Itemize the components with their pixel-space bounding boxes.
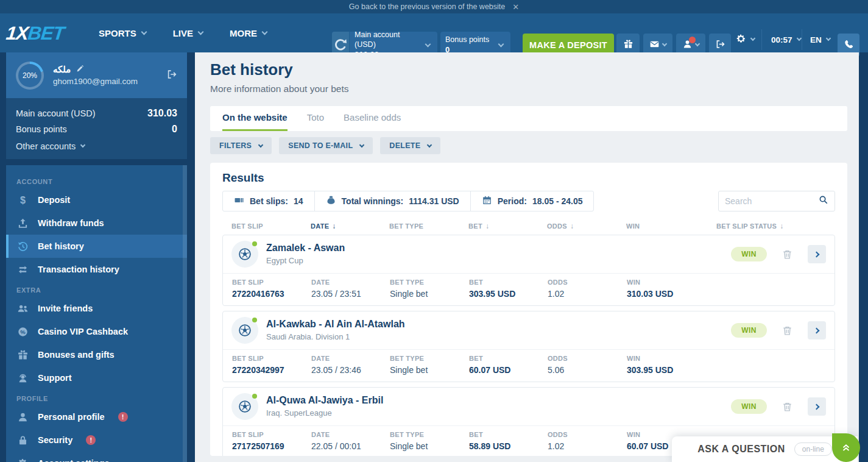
field-value: 23.05 / 23:46 xyxy=(311,365,390,375)
column-header-win[interactable]: WIN xyxy=(626,222,716,230)
period-summary: Period: 18.05 - 24.05 xyxy=(470,191,594,211)
column-label: WIN xyxy=(626,222,640,230)
nav-item-more[interactable]: MORE xyxy=(230,28,267,38)
field-label: BET xyxy=(469,431,548,438)
logo[interactable]: 1XBET xyxy=(5,23,65,44)
double-chevron-up-icon xyxy=(840,441,852,455)
search-icon[interactable] xyxy=(819,195,828,207)
sidebar-item-support[interactable]: Support xyxy=(6,366,187,389)
tab-bar: On the websiteTotoBaseline odds xyxy=(210,106,847,131)
chevron-down-icon xyxy=(750,36,755,41)
field-value: Single bet xyxy=(390,441,469,451)
gift-icon xyxy=(16,349,29,361)
svg-text:%: % xyxy=(20,328,26,335)
column-header-bet-slip-status[interactable]: BET SLIP STATUS↓ xyxy=(716,222,826,230)
sidebar-menu: ACCOUNT$DepositWithdraw fundsBet history… xyxy=(6,165,187,462)
sidebar-item-label: Bonuses and gifts xyxy=(38,350,115,360)
withdraw-icon xyxy=(16,217,29,229)
results-card: Results Bet slips: 14 Total winnings: 11… xyxy=(210,163,847,456)
field-value: Single bet xyxy=(390,289,469,299)
ask-question-panel[interactable]: ASK A QUESTION on-line xyxy=(672,436,858,462)
close-icon[interactable]: ✕ xyxy=(512,2,519,12)
sidebar-item-label: Invite friends xyxy=(38,304,93,313)
previous-version-message[interactable]: Go back to the previous version of the w… xyxy=(349,2,505,11)
chevron-down-icon xyxy=(826,36,831,41)
match-title: Zamalek - Aswan xyxy=(266,242,345,255)
notification-dot xyxy=(689,37,696,43)
tab-baseline-odds[interactable]: Baseline odds xyxy=(344,106,401,131)
sidebar-item-personal-profile[interactable]: Personal profile! xyxy=(6,405,187,428)
field-label: BET SLIP xyxy=(232,431,311,438)
bonus-points-value: 0 xyxy=(172,124,177,135)
field-label: ODDS xyxy=(548,355,627,362)
sidebar-item-transaction-history[interactable]: Transaction history xyxy=(6,258,187,281)
profile-icon xyxy=(16,411,29,423)
search-input[interactable] xyxy=(725,196,819,206)
settings-control[interactable] xyxy=(736,27,755,52)
nav-item-live[interactable]: LIVE xyxy=(173,28,203,38)
column-header-bet-type[interactable]: BET TYPE xyxy=(389,222,468,230)
field-value: 1.02 xyxy=(548,441,627,451)
chevron-down-icon xyxy=(80,143,85,147)
live-dot xyxy=(252,241,257,246)
sort-desc-icon: ↓ xyxy=(332,222,336,230)
other-accounts-toggle[interactable]: Other accounts xyxy=(16,137,177,151)
send-to-e-mail-button[interactable]: SEND TO E-MAIL xyxy=(279,137,373,154)
nav-item-label: SPORTS xyxy=(99,28,136,38)
delete-button[interactable]: DELETE xyxy=(380,137,440,154)
delete-bet-button[interactable] xyxy=(782,325,793,336)
lock-icon xyxy=(16,434,29,446)
chat-expand-button[interactable] xyxy=(832,433,860,462)
tab-on-the-website[interactable]: On the website xyxy=(222,106,288,131)
sidebar-item-security[interactable]: Security! xyxy=(6,428,187,452)
sidebar-item-bet-history[interactable]: Bet history xyxy=(6,235,187,258)
field-label: BET SLIP xyxy=(232,279,311,286)
sort-desc-icon: ↓ xyxy=(570,222,574,230)
sidebar-item-label: Personal profile xyxy=(38,412,105,422)
sidebar-item-casino-vip-cashback[interactable]: %Casino VIP Cashback xyxy=(6,320,187,343)
field-value: 22.05 / 00:01 xyxy=(311,441,390,451)
column-header-odds[interactable]: ODDS↓ xyxy=(547,222,626,230)
nav-item-sports[interactable]: SPORTS xyxy=(99,28,146,38)
chevron-down-icon xyxy=(662,41,667,46)
sort-desc-icon: ↓ xyxy=(780,222,783,230)
delete-bet-button[interactable] xyxy=(782,401,793,413)
sidebar-item-bonuses-and-gifts[interactable]: Bonuses and gifts xyxy=(6,343,187,366)
bet-status-badge: WIN xyxy=(731,323,767,338)
nav-item-label: MORE xyxy=(230,28,257,38)
phone-icon xyxy=(844,39,854,52)
edit-pencil-icon[interactable] xyxy=(76,63,84,76)
bet-field-win: WIN310.03 USD xyxy=(627,279,717,299)
clock-control[interactable]: 00:57 xyxy=(771,27,801,52)
sign-out-icon[interactable] xyxy=(166,69,177,82)
sidebar-item-invite-friends[interactable]: Invite friends xyxy=(6,297,187,320)
alert-badge: ! xyxy=(118,412,128,422)
period-value: 18.05 - 24.05 xyxy=(532,196,583,206)
bet-field-bet-type: BET TYPESingle bet xyxy=(390,355,469,375)
language-control[interactable]: EN xyxy=(810,27,830,52)
online-status-badge: on-line xyxy=(794,442,832,456)
bet-field-date: DATE23.05 / 23:46 xyxy=(311,355,390,375)
column-header-date[interactable]: DATE↓ xyxy=(311,222,389,230)
sidebar-item-deposit[interactable]: $Deposit xyxy=(6,188,187,211)
sidebar-item-label: Support xyxy=(38,373,72,383)
column-header-bet[interactable]: BET↓ xyxy=(468,222,547,230)
column-label: BET TYPE xyxy=(389,222,423,230)
column-label: DATE xyxy=(311,222,329,230)
sidebar-item-withdraw-funds[interactable]: Withdraw funds xyxy=(6,211,187,235)
field-value: Single bet xyxy=(390,365,469,375)
expand-bet-button[interactable] xyxy=(808,397,826,416)
filters-button[interactable]: FILTERS xyxy=(210,137,272,154)
expand-bet-button[interactable] xyxy=(808,321,826,339)
person-icon xyxy=(682,39,693,52)
match-title: Al-Quwa Al-Jawiya - Erbil xyxy=(266,394,383,407)
sidebar-item-label: Transaction history xyxy=(38,265,119,274)
column-header-bet-slip[interactable]: BET SLIP xyxy=(231,222,311,230)
sidebar-item-account-settings[interactable]: Account settings xyxy=(6,452,187,462)
summary-bar: Bet slips: 14 Total winnings: 1114.31 US… xyxy=(222,191,594,211)
tab-toto[interactable]: Toto xyxy=(307,106,324,131)
chevron-down-icon xyxy=(141,29,147,35)
sidebar-item-label: Bet history xyxy=(38,241,84,251)
expand-bet-button[interactable] xyxy=(808,245,826,263)
delete-bet-button[interactable] xyxy=(782,249,793,260)
